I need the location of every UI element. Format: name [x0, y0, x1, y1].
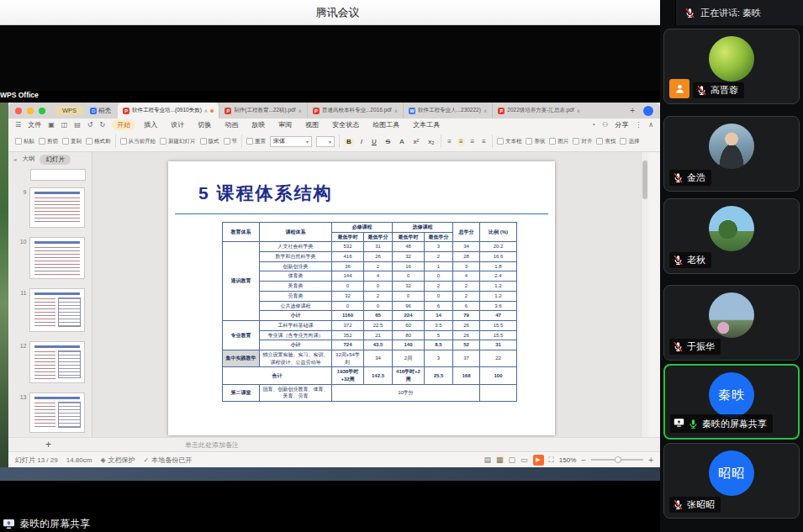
tool-文本框[interactable]: 文本框 [497, 138, 522, 145]
ribbon-tab-放映[interactable]: 放映 [246, 119, 270, 130]
document-tab-4[interactable]: P2022级培养方案-汇总表.pdf∧ [492, 103, 585, 119]
ribbon-tab-视图[interactable]: 视图 [300, 119, 324, 130]
align-right-icon[interactable]: ≡ [469, 138, 477, 145]
docer-button[interactable]: D 稻壳 [87, 107, 114, 115]
scrollbar-thumb[interactable] [642, 161, 647, 199]
format-I-button[interactable]: I [358, 138, 365, 145]
font-size-select[interactable]: ▾ [316, 136, 335, 147]
tool-对齐[interactable]: 对齐 [573, 138, 592, 145]
tab-caret-icon[interactable]: ∧ [204, 108, 208, 113]
format-S-button[interactable]: S [383, 138, 393, 145]
share-button[interactable]: 分享 [615, 120, 628, 129]
participant-tile[interactable]: 高晋蓉 [663, 29, 800, 104]
participant-tile[interactable]: 秦昳秦昳的屏幕共享 [663, 364, 800, 440]
align-left-icon[interactable]: ≡ [446, 138, 453, 145]
tool-从当前开始[interactable]: 从当前开始 [120, 138, 156, 145]
format-B-button[interactable]: B [344, 138, 354, 145]
undo-icon[interactable]: ↺ [87, 121, 93, 129]
collaborate-icon[interactable]: ⚇ [602, 121, 608, 129]
file-menu-button[interactable]: 文件 [28, 120, 41, 129]
font-family-select[interactable]: 宋体▾ [270, 136, 312, 147]
participant-tile[interactable]: 昭昭张昭昭 [663, 443, 800, 519]
slide-thumbnail[interactable] [29, 392, 85, 433]
ribbon-tab-绘图工具[interactable]: 绘图工具 [367, 119, 404, 130]
notes-placeholder[interactable]: 单击此处添加备注 [185, 440, 239, 450]
panel-tab-幻灯片[interactable]: 幻灯片 [40, 155, 71, 165]
document-tab-1[interactable]: P制作(工程教育...22稿).pdf∧ [219, 103, 307, 119]
align-justify-icon[interactable]: ≡ [480, 138, 488, 145]
print-icon[interactable]: ▤ [74, 121, 81, 129]
ribbon-tab-插入[interactable]: 插入 [139, 119, 162, 130]
format-x₂-button[interactable]: x₂ [425, 138, 436, 145]
tool-剪切[interactable]: 剪切 [39, 138, 58, 145]
document-tab-3[interactable]: W软件工程专业人...230222)∧ [403, 103, 492, 119]
current-slide[interactable]: 5 课程体系结构 教育体系课程体系必修课程选修课程总学分比例 (%)最低学时最低… [168, 161, 555, 435]
ribbon-tab-审阅[interactable]: 审阅 [273, 119, 297, 130]
add-slide-button[interactable]: + [45, 439, 51, 450]
wps-home-button[interactable]: WPS [55, 106, 83, 115]
tool-重置[interactable]: 重置 [246, 138, 266, 145]
participant-tile[interactable]: 金浩 [663, 116, 800, 192]
ribbon-tab-设计[interactable]: 设计 [166, 119, 189, 130]
fullscreen-icon[interactable]: ⛶ [549, 456, 554, 465]
tool-图片[interactable]: 图片 [549, 138, 568, 145]
reading-view-icon[interactable]: ▢ [509, 456, 516, 464]
slide-thumbnail[interactable] [29, 341, 85, 383]
play-slideshow-button[interactable]: ▶ [533, 455, 544, 466]
zoom-out-button[interactable]: − [581, 456, 586, 465]
tool-查找[interactable]: 查找 [596, 138, 615, 145]
tool-新建幻灯片[interactable]: 新建幻灯片 [160, 138, 196, 145]
canvas-scrollbar[interactable] [641, 152, 648, 437]
export-icon[interactable]: ◫ [61, 121, 68, 129]
slide-thumbnail[interactable] [29, 237, 85, 279]
slide-thumbnail[interactable] [29, 288, 85, 332]
tab-caret-icon[interactable]: ∧ [298, 108, 302, 113]
save-icon[interactable]: ▣ [48, 121, 55, 129]
tool-形状[interactable]: 形状 [526, 138, 545, 145]
tool-选择[interactable]: 选择 [620, 138, 639, 145]
thumbnail-text-lines [34, 403, 55, 429]
tab-caret-icon[interactable]: ∧ [394, 108, 398, 113]
participant-tile[interactable]: 老秋 [663, 198, 800, 274]
tool-复制[interactable]: 复制 [62, 138, 82, 145]
tool-版式[interactable]: 版式 [200, 138, 219, 145]
tab-caret-icon[interactable]: ∧ [483, 108, 487, 113]
collapse-ribbon-icon[interactable]: ∧ [648, 121, 653, 129]
zoom-slider[interactable] [591, 459, 643, 461]
slide-sorter-icon[interactable]: ▦ [496, 456, 504, 464]
tool-粘贴[interactable]: 粘贴 [15, 138, 34, 145]
normal-view-icon[interactable]: ▤ [483, 456, 491, 464]
document-tab-2[interactable]: P普通高校本科专业...2016.pdf∧ [307, 103, 403, 119]
new-tab-button[interactable]: + [625, 106, 640, 115]
minimize-window-button[interactable] [27, 108, 34, 114]
collapse-panel-icon[interactable]: « [13, 156, 17, 164]
tab-caret-icon[interactable]: ∧ [577, 108, 580, 113]
participant-tile[interactable]: 于振华 [663, 285, 800, 361]
hamburger-menu-icon[interactable]: ☰ [15, 121, 21, 129]
slide-thumbnail[interactable] [29, 187, 85, 228]
more-icon[interactable]: ⋮ [635, 121, 642, 129]
zoom-in-button[interactable]: + [648, 456, 653, 465]
format-A-button[interactable]: A [397, 138, 406, 145]
eye-protect-icon[interactable]: ◔ [591, 121, 595, 129]
format-U-button[interactable]: U [369, 138, 379, 145]
maximize-window-button[interactable] [39, 108, 45, 114]
ribbon-tab-安全状态[interactable]: 安全状态 [327, 119, 364, 130]
align-center-icon[interactable]: ≡ [457, 138, 465, 145]
tool-格式刷[interactable]: 格式刷 [86, 138, 111, 145]
format-x²-button[interactable]: x² [410, 138, 421, 145]
tool-节[interactable]: 节 [224, 138, 238, 145]
ribbon-tab-切换[interactable]: 切换 [193, 119, 216, 130]
redo-icon[interactable]: ↻ [100, 121, 106, 129]
notes-view-icon[interactable]: ▭ [520, 456, 528, 464]
zoom-slider-knob[interactable] [615, 456, 621, 463]
ribbon-tab-动画[interactable]: 动画 [219, 119, 243, 130]
document-tab-0[interactable]: P软件工程专业培...(0910失效)∧ [118, 103, 219, 119]
curriculum-table[interactable]: 教育体系课程体系必修课程选修课程总学分比例 (%)最低学时最低学分最低学时最低学… [222, 222, 517, 402]
wps-account-avatar[interactable] [643, 106, 653, 116]
ribbon-tab-开始[interactable]: 开始 [112, 119, 135, 130]
ribbon-tab-文本工具[interactable]: 文本工具 [408, 119, 445, 130]
panel-tab-大纲[interactable]: 大纲 [22, 155, 34, 165]
close-window-button[interactable] [15, 108, 22, 114]
slide-thumbnail-partial[interactable] [30, 169, 86, 181]
